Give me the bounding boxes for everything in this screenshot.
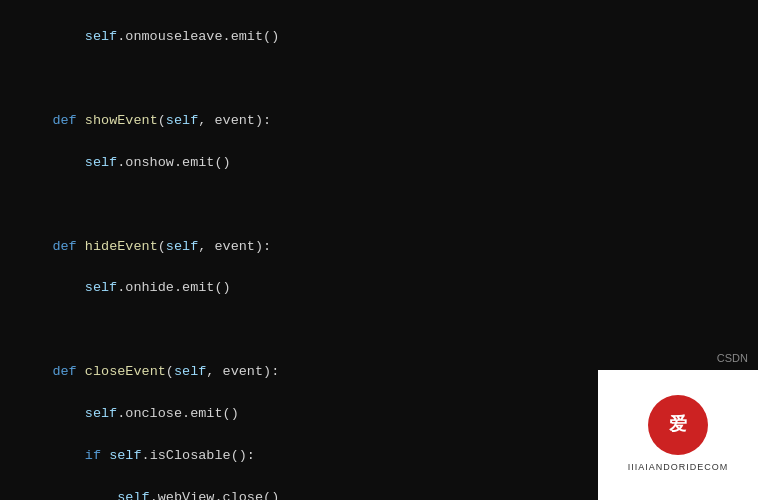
logo-circle: 爱 xyxy=(648,395,708,455)
csdn-label: CSDN xyxy=(717,350,748,367)
code-editor: self.onmouseleave.emit() def showEvent(s… xyxy=(0,0,758,500)
code-line: self.onmouseleave.emit() xyxy=(20,27,738,48)
code-line: def showEvent(self, event): xyxy=(20,111,738,132)
code-line: self.onhide.emit() xyxy=(20,278,738,299)
code-line: self.onshow.emit() xyxy=(20,153,738,174)
code-line-blank xyxy=(20,195,738,216)
logo-subtitle: IIIAIANDORIDECOM xyxy=(628,461,729,475)
code-line-blank xyxy=(20,320,738,341)
code-line-blank xyxy=(20,69,738,90)
logo-watermark: 爱 IIIAIANDORIDECOM xyxy=(598,370,758,500)
logo-icon-text: 爱 xyxy=(669,411,687,439)
code-line: def hideEvent(self, event): xyxy=(20,237,738,258)
